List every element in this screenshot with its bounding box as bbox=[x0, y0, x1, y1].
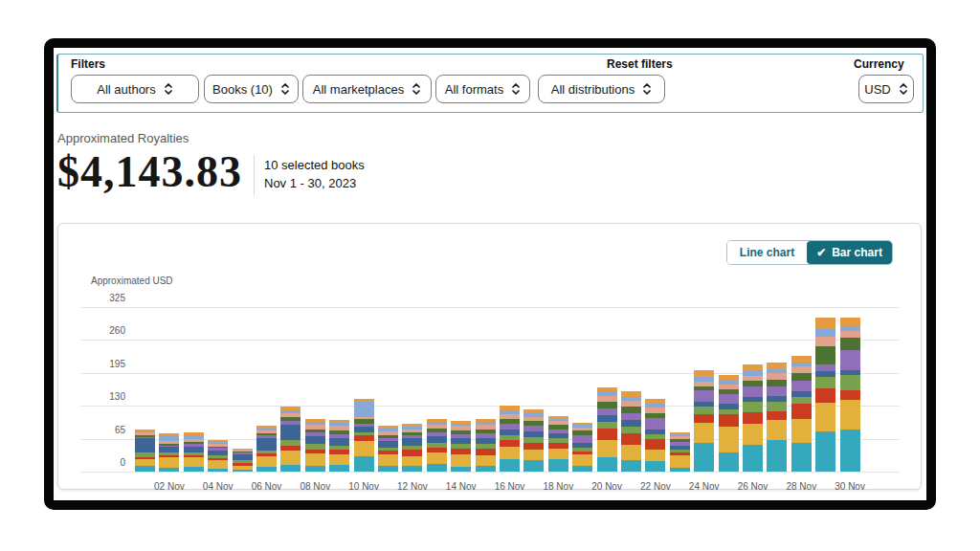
x-tick-label: 10 Nov bbox=[341, 481, 387, 492]
bar-segment bbox=[743, 412, 763, 425]
bar-segment bbox=[815, 346, 835, 364]
stacked-bar[interactable] bbox=[840, 318, 860, 472]
bar-segment bbox=[621, 420, 641, 427]
stacked-bar[interactable] bbox=[572, 423, 592, 472]
stacked-bar[interactable] bbox=[815, 318, 835, 472]
bar-segment bbox=[256, 467, 277, 472]
bar-segment bbox=[815, 388, 835, 403]
filters-label: Filters bbox=[71, 57, 105, 71]
bar-segment bbox=[256, 438, 277, 451]
stacked-bar[interactable] bbox=[791, 356, 812, 472]
x-tick-label: 14 Nov bbox=[438, 481, 484, 492]
bar-segment bbox=[572, 454, 592, 466]
bar-segment bbox=[476, 455, 496, 466]
stacked-bar[interactable] bbox=[597, 387, 617, 472]
x-tick-label: 06 Nov bbox=[244, 481, 290, 492]
stacked-bar[interactable] bbox=[305, 419, 325, 472]
gridline bbox=[80, 340, 900, 341]
stacked-bar[interactable] bbox=[451, 421, 471, 472]
stacked-bar[interactable] bbox=[767, 363, 787, 472]
stacked-bar[interactable] bbox=[354, 399, 374, 472]
y-tick-label: 260 bbox=[80, 325, 125, 337]
stacked-bar[interactable] bbox=[402, 424, 422, 472]
summary-divider bbox=[254, 155, 255, 195]
stacked-bar[interactable] bbox=[208, 440, 228, 472]
bar-segment bbox=[402, 466, 422, 472]
bar-segment bbox=[451, 454, 471, 467]
bar-chart-button[interactable]: ✔ Bar chart bbox=[807, 241, 892, 264]
gridline bbox=[80, 472, 900, 473]
bar-segment bbox=[280, 425, 301, 440]
bar-segment bbox=[645, 450, 665, 462]
bar-segment bbox=[523, 460, 544, 472]
stacked-bar[interactable] bbox=[280, 407, 301, 472]
bar-segment bbox=[645, 418, 665, 430]
currency-dropdown[interactable]: USD bbox=[858, 75, 914, 103]
bar-segment bbox=[815, 364, 835, 371]
bar-segment bbox=[791, 373, 812, 380]
bar-segment bbox=[597, 440, 617, 457]
stacked-bar[interactable] bbox=[135, 430, 155, 472]
bar-segment bbox=[840, 390, 860, 400]
authors-dropdown[interactable]: All authors bbox=[71, 75, 199, 103]
stacked-bar[interactable] bbox=[378, 426, 398, 472]
bar-segment bbox=[500, 459, 520, 472]
formats-dropdown[interactable]: All formats bbox=[435, 75, 530, 103]
marketplaces-dropdown-label: All marketplaces bbox=[313, 82, 404, 97]
stacked-bar[interactable] bbox=[694, 370, 714, 472]
bar-segment bbox=[402, 438, 422, 445]
selected-books-count: 10 selected books bbox=[264, 156, 365, 174]
stacked-bar[interactable] bbox=[427, 419, 447, 472]
bar-segment bbox=[791, 366, 812, 373]
stacked-bar[interactable] bbox=[743, 364, 763, 472]
chevron-updown-icon bbox=[642, 81, 652, 97]
bar-segment bbox=[767, 380, 787, 386]
books-dropdown[interactable]: Books (10) bbox=[204, 75, 299, 103]
bar-segment bbox=[184, 467, 204, 472]
bar-segment bbox=[840, 331, 860, 338]
bar-segment bbox=[840, 318, 860, 325]
bar-segment bbox=[767, 420, 787, 440]
bar-segment bbox=[572, 435, 592, 443]
bar-segment bbox=[597, 402, 617, 408]
stacked-bar[interactable] bbox=[621, 391, 641, 472]
bar-segment bbox=[719, 452, 739, 472]
dashboard-frame: Filters Reset filters Currency All autho… bbox=[44, 38, 936, 510]
distributions-dropdown[interactable]: All distributions bbox=[538, 75, 665, 103]
stacked-bar[interactable] bbox=[329, 420, 349, 472]
stacked-bar[interactable] bbox=[256, 426, 277, 472]
x-tick-label: 16 Nov bbox=[487, 481, 533, 492]
stacked-bar[interactable] bbox=[719, 375, 739, 472]
stacked-bar[interactable] bbox=[184, 432, 204, 472]
stacked-bar[interactable] bbox=[500, 406, 520, 472]
bar-segment bbox=[572, 466, 592, 472]
bar-segment bbox=[500, 447, 520, 460]
royalties-label: Approximated Royalties bbox=[57, 131, 919, 145]
bar-segment bbox=[354, 441, 374, 456]
bar-segment bbox=[694, 414, 714, 424]
bar-segment bbox=[694, 423, 714, 443]
bar-segment bbox=[548, 459, 568, 472]
bar-segment bbox=[815, 328, 835, 338]
stacked-bar[interactable] bbox=[159, 433, 179, 472]
line-chart-button[interactable]: Line chart bbox=[727, 241, 807, 264]
stacked-bar[interactable] bbox=[233, 449, 253, 472]
stacked-bar[interactable] bbox=[670, 432, 690, 472]
royalties-amount: $4,143.83 bbox=[57, 147, 242, 197]
chevron-updown-icon bbox=[164, 81, 173, 97]
bar-segment bbox=[621, 433, 641, 446]
reset-filters-link[interactable]: Reset filters bbox=[607, 57, 673, 71]
stacked-bar[interactable] bbox=[548, 416, 568, 472]
marketplaces-dropdown[interactable]: All marketplaces bbox=[302, 75, 432, 103]
bar-segment bbox=[815, 377, 835, 389]
bar-segment bbox=[597, 429, 617, 441]
filters-bar: Filters Reset filters Currency All autho… bbox=[56, 54, 924, 113]
bar-segment bbox=[621, 445, 641, 460]
stacked-bar[interactable] bbox=[645, 399, 665, 472]
stacked-bar[interactable] bbox=[523, 409, 544, 472]
bar-segment bbox=[208, 460, 228, 468]
bar-segment bbox=[135, 466, 155, 472]
stacked-bar[interactable] bbox=[476, 419, 496, 472]
bar-segment bbox=[670, 455, 690, 468]
bar-segment bbox=[791, 397, 812, 404]
